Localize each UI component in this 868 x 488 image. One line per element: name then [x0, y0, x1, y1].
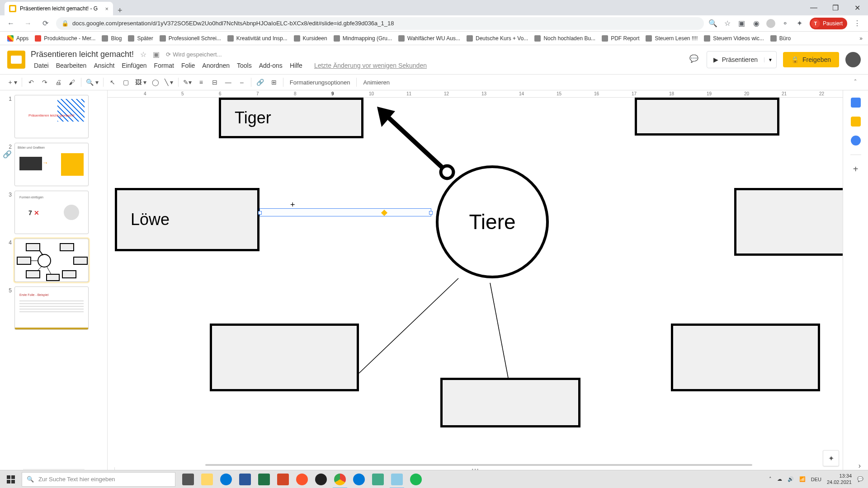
new-slide-button[interactable]: + ▾	[6, 76, 19, 89]
obs-icon[interactable]	[312, 470, 330, 488]
star-icon[interactable]: ☆	[140, 50, 146, 59]
keep-icon[interactable]	[851, 117, 861, 127]
app-icon[interactable]	[369, 470, 387, 488]
connector-line-bm[interactable]	[486, 278, 531, 382]
language-indicator[interactable]: DEU	[811, 477, 821, 482]
new-tab-button[interactable]: +	[113, 6, 127, 15]
readlist-icon[interactable]: ▣	[737, 19, 746, 28]
slide-thumb-1[interactable]: 1Präsentieren leicht gemacht!	[0, 95, 107, 138]
share-button[interactable]: 🔒 Freigeben	[783, 52, 839, 67]
bookmark-folder[interactable]: Noch hochladen Bu...	[533, 34, 597, 42]
selected-connector[interactable]	[259, 208, 431, 216]
shape-lowe[interactable]: Löwe	[115, 188, 259, 251]
wifi-icon[interactable]: 📶	[799, 476, 806, 482]
undo-button[interactable]: ↶	[25, 76, 38, 89]
grammarly-icon[interactable]	[766, 19, 775, 28]
bookmark-folder[interactable]: Kreativität und Insp...	[226, 34, 289, 42]
link-button[interactable]: 🔗	[254, 76, 267, 89]
menu-addons[interactable]: Add-ons	[256, 61, 286, 70]
zoom-button[interactable]: 🔍 ▾	[84, 76, 100, 89]
shape-rect-tr[interactable]	[635, 98, 779, 136]
edge-legacy-icon[interactable]	[217, 470, 235, 488]
line-tool[interactable]: ╲ ▾	[163, 76, 175, 89]
tag-icon[interactable]: ⚬	[781, 19, 790, 28]
redo-button[interactable]: ↷	[38, 76, 51, 89]
slide-thumb-4[interactable]: 4	[0, 239, 107, 282]
doc-title[interactable]: Präsentieren leicht gemacht!	[31, 50, 134, 59]
image-tool[interactable]: 🖼 ▾	[133, 76, 148, 89]
bookmark-folder[interactable]: PDF Report	[600, 34, 641, 42]
menu-file[interactable]: Datei	[31, 61, 52, 70]
line-dash-button[interactable]: ⊟	[208, 76, 221, 89]
explorer-icon[interactable]	[198, 470, 216, 488]
line-weight-button[interactable]: ≡	[195, 76, 208, 89]
bookmark-star-icon[interactable]: ☆	[723, 19, 732, 28]
url-input[interactable]: 🔒 docs.google.com/presentation/d/1yV372S…	[56, 17, 704, 30]
bookmark-folder[interactable]: Mindmapping (Gru...	[332, 34, 394, 42]
line-start-button[interactable]: —	[222, 76, 235, 89]
browser-tab[interactable]: Präsentieren leicht gemacht! - G ×	[5, 2, 113, 15]
explore-button[interactable]: ✦	[823, 450, 839, 466]
start-button[interactable]	[0, 470, 22, 488]
slide-thumb-3[interactable]: 3Formen einfügen7	[0, 191, 107, 234]
bookmark-folder[interactable]: Wahlfächer WU Aus...	[396, 34, 462, 42]
bookmark-folder[interactable]: Steuern Videos wic...	[702, 34, 766, 42]
bookmarks-overflow-icon[interactable]: »	[859, 35, 863, 42]
edge-icon[interactable]	[350, 470, 368, 488]
bookmark-folder[interactable]: Professionell Schrei...	[158, 34, 223, 42]
shape-rect-br[interactable]	[671, 324, 820, 391]
menu-insert[interactable]: Einfügen	[118, 61, 150, 70]
bookmark-folder[interactable]: Kursideen	[292, 34, 329, 42]
notification-center-icon[interactable]: 💬	[857, 476, 863, 482]
close-window-icon[interactable]: ✕	[846, 0, 868, 15]
slides-logo-icon[interactable]	[7, 51, 25, 69]
menu-tools[interactable]: Tools	[234, 61, 255, 70]
reload-button[interactable]: ⟳	[39, 17, 52, 30]
profile-chip[interactable]: T Pausiert	[810, 18, 847, 29]
forward-button[interactable]: →	[22, 17, 34, 30]
bookmark-folder[interactable]: Büro	[769, 34, 793, 42]
bookmark-folder[interactable]: Blog	[100, 34, 123, 42]
present-dropdown-icon[interactable]: ▼	[764, 57, 776, 62]
spotify-icon[interactable]	[407, 470, 425, 488]
shape-tool[interactable]: ◯	[149, 76, 162, 89]
present-button[interactable]: ▶Präsentieren ▼	[707, 51, 777, 68]
selection-handle[interactable]	[429, 211, 433, 215]
user-avatar[interactable]	[845, 52, 861, 67]
move-folder-icon[interactable]: ▣	[153, 50, 160, 59]
menu-arrange[interactable]: Anordnen	[199, 61, 233, 70]
animate-button[interactable]: Animieren	[359, 79, 393, 86]
format-options-button[interactable]: Formatierungsoptionen	[286, 79, 354, 86]
print-button[interactable]: 🖨	[52, 76, 65, 89]
onedrive-icon[interactable]: ☁	[777, 476, 782, 482]
select-tool[interactable]: ↖	[106, 76, 119, 89]
notepad-icon[interactable]	[388, 470, 406, 488]
calendar-icon[interactable]	[851, 98, 861, 108]
bookmark-item[interactable]: Produktsuche - Mer...	[33, 34, 97, 42]
menu-slide[interactable]: Folie	[178, 61, 198, 70]
close-tab-icon[interactable]: ×	[105, 5, 108, 12]
collapse-toolbar-icon[interactable]: ˆ	[849, 76, 862, 89]
shape-rect-bl[interactable]	[210, 324, 359, 391]
menu-format[interactable]: Format	[151, 61, 177, 70]
shape-tiger[interactable]: Tiger	[219, 98, 363, 138]
slide-thumb-5[interactable]: 5Erste Folie - Beispiel	[0, 286, 107, 330]
maximize-icon[interactable]: ❐	[825, 0, 846, 15]
extensions-icon[interactable]: ✦	[795, 19, 804, 28]
brave-icon[interactable]	[293, 470, 311, 488]
selection-handle[interactable]	[258, 211, 262, 215]
bookmark-folder[interactable]: Deutsche Kurs + Vo...	[465, 34, 530, 42]
selection-midpoint[interactable]	[381, 210, 387, 216]
zoom-icon[interactable]: 🔍	[708, 19, 717, 28]
excel-icon[interactable]	[255, 470, 273, 488]
horizontal-scrollbar[interactable]	[205, 463, 752, 467]
comments-icon[interactable]: 💬	[689, 54, 700, 65]
slide-thumb-2[interactable]: 2Bilder und Grafiken→	[0, 143, 107, 186]
chrome-icon[interactable]	[331, 470, 349, 488]
tasks-icon[interactable]	[851, 136, 861, 145]
apps-bookmark[interactable]: Apps	[5, 34, 30, 42]
last-change-link[interactable]: Letzte Änderung vor wenigen Sekunden	[311, 61, 430, 70]
task-view-icon[interactable]	[179, 470, 197, 488]
volume-icon[interactable]: 🔊	[788, 476, 794, 482]
hide-side-panel-icon[interactable]: ›	[859, 462, 861, 470]
